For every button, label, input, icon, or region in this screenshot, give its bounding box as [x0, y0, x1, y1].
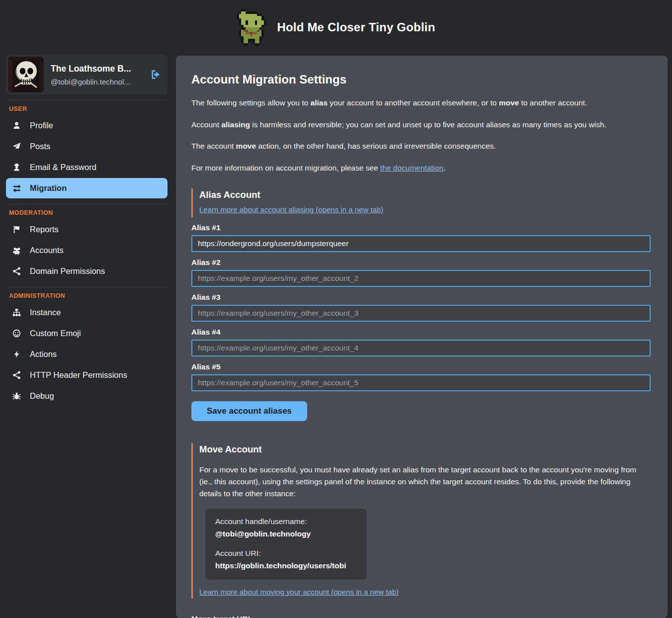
sidebar-item-label: Debug	[30, 391, 54, 401]
sidebar: The Loathsome B... @tobi@goblin.technol.…	[6, 55, 168, 407]
account-details-card: Account handle/username: @tobi@goblin.te…	[205, 509, 367, 580]
sidebar-item-custom-emoji[interactable]: Custom Emoji	[6, 323, 168, 344]
sign-out-icon[interactable]	[150, 69, 162, 81]
text: your account to another account elsewher…	[328, 98, 499, 107]
sidebar-item-migration[interactable]: Migration	[6, 178, 168, 198]
bold-text: move	[499, 98, 519, 107]
user-secret-icon	[12, 163, 21, 172]
app-header: Hold Me Closer Tiny Goblin	[0, 0, 672, 55]
sidebar-item-actions[interactable]: Actions	[6, 344, 168, 364]
text: to another account.	[519, 98, 587, 107]
documentation-link[interactable]: the documentation	[380, 164, 444, 172]
bold-text: move	[236, 142, 256, 150]
app-title: Hold Me Closer Tiny Goblin	[277, 20, 435, 34]
sidebar-item-label: Actions	[30, 350, 57, 359]
alias-account-section-header: Alias Account Learn more about account a…	[191, 188, 651, 217]
text: The following settings allow you to	[191, 98, 311, 107]
main-panel: Account Migration Settings The following…	[176, 56, 668, 618]
bold-text: alias	[311, 98, 328, 107]
bolt-icon	[12, 351, 21, 358]
user-icon	[12, 121, 21, 130]
alias-5-label: Alias #5	[191, 362, 651, 371]
text: action, on the other hand, has serious a…	[256, 142, 496, 150]
user-card: The Loathsome B... @tobi@goblin.technol.…	[6, 55, 168, 94]
move-section-body: For a move to be successful, you must ha…	[199, 464, 637, 500]
smiley-icon	[12, 329, 21, 338]
text: For more information on account migratio…	[191, 164, 380, 172]
goblin-logo-icon	[237, 9, 268, 46]
user-display-name: The Loathsome B...	[51, 64, 150, 74]
alias-5-input[interactable]	[191, 374, 651, 391]
alias-2-label: Alias #2	[191, 258, 651, 267]
exchange-arrows-icon	[12, 184, 21, 193]
alias-learn-more-link[interactable]: Learn more about account aliasing (opens…	[199, 205, 383, 214]
sidebar-item-accounts[interactable]: Accounts	[6, 240, 168, 261]
alias-4-label: Alias #4	[191, 328, 651, 337]
alias-section-title: Alias Account	[199, 189, 651, 200]
account-handle-label: Account handle/username:	[215, 517, 357, 526]
divider	[7, 287, 167, 287]
sidebar-item-http-header-permissions[interactable]: HTTP Header Permissions	[6, 365, 168, 385]
share-nodes-icon	[12, 371, 21, 379]
user-info: The Loathsome B... @tobi@goblin.technol.…	[51, 64, 150, 86]
sidebar-item-label: Migration	[30, 183, 67, 193]
move-learn-more-link[interactable]: Learn more about moving your account (op…	[199, 588, 399, 596]
sidebar-item-reports[interactable]: Reports	[6, 219, 168, 240]
user-handle: @tobi@goblin.technol...	[51, 78, 150, 86]
sidebar-item-label: Profile	[30, 121, 53, 130]
flag-icon	[12, 225, 21, 234]
account-uri-label: Account URI:	[215, 549, 357, 558]
sitemap-icon	[12, 308, 21, 317]
section-label-user: USER	[9, 105, 165, 112]
sidebar-item-label: Custom Emoji	[30, 329, 81, 338]
alias-3-input[interactable]	[191, 305, 651, 322]
intro-paragraph-1: The following settings allow you to alia…	[191, 97, 651, 108]
alias-4-input[interactable]	[191, 340, 651, 356]
section-label-moderation: MODERATION	[9, 209, 165, 216]
avatar[interactable]	[8, 57, 44, 92]
text: Account	[191, 120, 221, 129]
intro-paragraph-3: The account move action, on the other ha…	[191, 141, 651, 152]
save-account-aliases-button[interactable]: Save account aliases	[191, 401, 307, 421]
sidebar-item-debug[interactable]: Debug	[6, 386, 168, 406]
intro-paragraph-4: For more information on account migratio…	[191, 163, 651, 174]
sidebar-item-label: Instance	[30, 308, 61, 317]
sidebar-item-posts[interactable]: Posts	[6, 136, 168, 157]
account-handle-value: @tobi@goblin.technology	[215, 530, 357, 538]
sidebar-item-email-password[interactable]: Email & Password	[6, 157, 168, 177]
account-uri-value: https://goblin.technology/users/tobi	[215, 561, 357, 570]
text: The account	[191, 142, 236, 150]
alias-form: Alias #1 Alias #2 Alias #3 Alias #4 Alia…	[191, 223, 651, 421]
text: is harmless and reversible; you can set …	[250, 120, 606, 129]
sidebar-item-label: HTTP Header Permissions	[30, 370, 127, 380]
move-account-section: Move Account For a move to be successful…	[191, 443, 651, 599]
alias-3-label: Alias #3	[191, 293, 651, 302]
sidebar-item-label: Posts	[30, 142, 50, 151]
move-section-title: Move Account	[199, 444, 651, 455]
alias-1-input[interactable]	[191, 235, 651, 252]
sidebar-item-label: Domain Permissions	[30, 266, 105, 276]
divider	[7, 204, 167, 204]
bold-text: aliasing	[221, 120, 250, 129]
sidebar-item-label: Reports	[30, 225, 59, 234]
text: .	[444, 164, 446, 172]
sidebar-item-label: Email & Password	[30, 163, 96, 172]
sidebar-item-domain-permissions[interactable]: Domain Permissions	[6, 261, 168, 281]
alias-1-label: Alias #1	[191, 223, 651, 232]
sidebar-item-instance[interactable]: Instance	[6, 302, 168, 323]
page-title: Account Migration Settings	[191, 73, 651, 87]
sidebar-item-profile[interactable]: Profile	[6, 115, 168, 136]
skull-avatar-image	[8, 57, 44, 92]
bug-icon	[12, 392, 21, 400]
intro-paragraph-2: Account aliasing is harmless and reversi…	[191, 119, 651, 130]
divider	[7, 100, 167, 100]
section-label-administration: ADMINISTRATION	[9, 292, 165, 299]
move-target-uri-label: Move target URI	[191, 615, 651, 618]
users-icon	[12, 246, 21, 255]
share-nodes-icon	[12, 267, 21, 275]
paper-plane-icon	[12, 142, 21, 151]
sidebar-item-label: Accounts	[30, 246, 64, 255]
alias-2-input[interactable]	[191, 270, 651, 287]
